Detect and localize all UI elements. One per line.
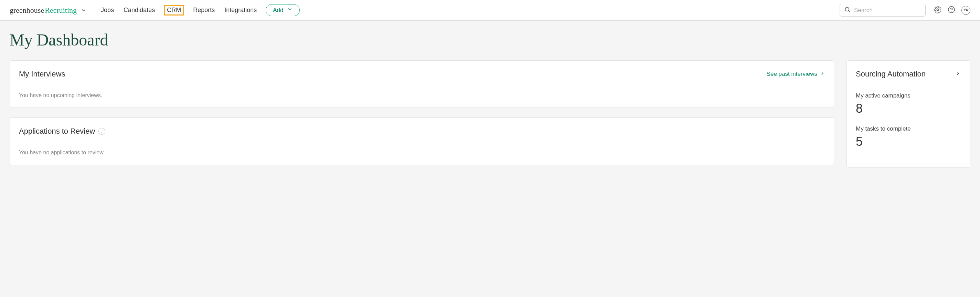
help-button[interactable] [948,6,955,15]
chevron-down-icon [287,6,293,14]
link-label: See past interviews [767,70,817,78]
card-header: My Interviews See past interviews [19,70,825,78]
dashboard-layout: My Interviews See past interviews You ha… [10,60,970,168]
card-title: My Interviews [19,70,65,78]
search-box[interactable] [840,4,926,16]
chevron-right-icon [820,70,825,78]
logo-text-accent: Recruiting [45,6,77,14]
nav-reports[interactable]: Reports [192,5,215,15]
card-title-text: Applications to Review [19,127,95,136]
primary-nav: Jobs Candidates CRM Reports Integrations [100,5,258,16]
side-column: Sourcing Automation My active campaigns … [846,60,970,168]
my-interviews-card: My Interviews See past interviews You ha… [10,60,834,108]
nav-integrations[interactable]: Integrations [224,5,258,15]
nav-candidates[interactable]: Candidates [123,5,156,15]
chevron-right-icon [955,70,961,78]
avatar-initials: YA [964,8,968,12]
logo-dropdown[interactable]: greenhouseRecruiting [10,6,86,15]
topbar-actions: YA [934,6,970,15]
add-button-label: Add [273,7,283,14]
applications-empty-text: You have no applications to review. [19,150,825,156]
main-column: My Interviews See past interviews You ha… [10,60,834,165]
info-icon[interactable]: i [99,128,105,135]
search-input[interactable] [854,7,921,14]
logo-text-dark: greenhouse [10,6,44,14]
active-campaigns-label: My active campaigns [856,93,961,99]
nav-jobs[interactable]: Jobs [100,5,115,15]
active-campaigns-value: 8 [856,101,961,116]
card-header: Applications to Review i [19,127,825,136]
tasks-to-complete-label: My tasks to complete [856,125,961,132]
user-avatar[interactable]: YA [961,6,970,15]
add-button[interactable]: Add [266,4,299,16]
applications-to-review-card: Applications to Review i You have no app… [10,118,834,165]
sourcing-card-header[interactable]: Sourcing Automation [856,70,961,78]
see-past-interviews-link[interactable]: See past interviews [767,70,825,78]
card-title: Applications to Review i [19,127,105,136]
svg-point-2 [937,9,939,11]
nav-crm[interactable]: CRM [164,5,184,16]
svg-point-3 [948,6,955,13]
help-icon [948,6,955,15]
page-body: My Dashboard My Interviews See past inte… [0,21,980,177]
tasks-to-complete-value: 5 [856,134,961,149]
chevron-down-icon [81,8,86,13]
page-title: My Dashboard [10,30,970,49]
search-icon [844,6,851,14]
settings-button[interactable] [934,6,942,15]
svg-line-1 [848,11,850,12]
top-navigation-bar: greenhouseRecruiting Jobs Candidates CRM… [0,0,980,21]
sourcing-automation-card: Sourcing Automation My active campaigns … [846,60,970,168]
gear-icon [934,6,942,15]
card-title: Sourcing Automation [856,70,926,78]
interviews-empty-text: You have no upcoming interviews. [19,93,825,99]
